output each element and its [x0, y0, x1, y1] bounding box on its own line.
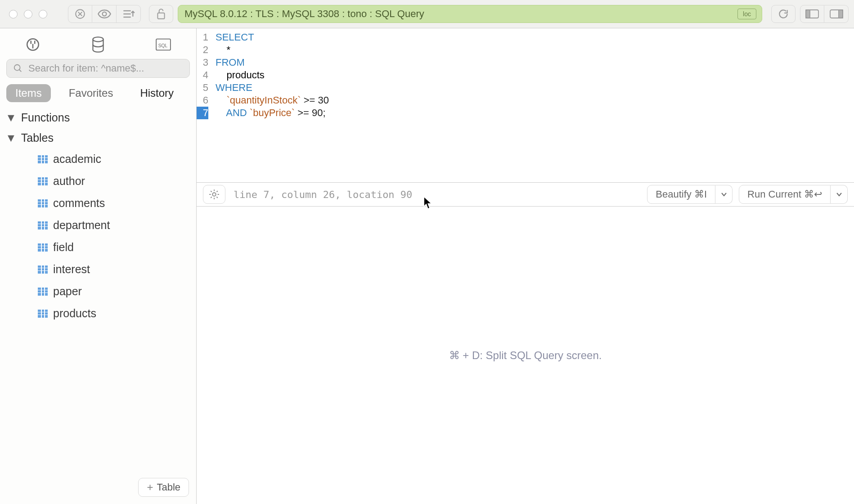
plus-icon: + — [147, 481, 153, 494]
hamburger-up-button[interactable] — [117, 5, 141, 23]
svg-rect-9 — [806, 10, 810, 18]
code-line[interactable]: FROM — [216, 56, 329, 69]
chevron-down-icon — [721, 192, 727, 197]
table-item-interest[interactable]: interest — [36, 258, 193, 280]
panel-right-button[interactable] — [824, 5, 849, 23]
table-icon — [38, 288, 48, 296]
table-item-field[interactable]: field — [36, 236, 193, 258]
stop-button[interactable] — [68, 5, 92, 23]
code-line[interactable]: WHERE — [216, 81, 329, 94]
line-number: 2 — [197, 44, 208, 56]
beautify-dropdown[interactable] — [715, 185, 733, 204]
tree-category-tables[interactable]: ▼ Tables — [3, 128, 193, 148]
tables-label: Tables — [21, 131, 54, 144]
add-table-button[interactable]: + Table — [138, 478, 189, 497]
search-input-wrap[interactable] — [6, 59, 190, 78]
table-icon — [38, 221, 48, 230]
svg-point-18 — [212, 193, 216, 196]
table-item-department[interactable]: department — [36, 214, 193, 236]
table-item-label: field — [53, 241, 74, 254]
gear-icon — [208, 189, 220, 200]
main-area: 1234567 SELECT *FROM productsWHERE `quan… — [197, 28, 854, 504]
editor-gutter: 1234567 — [197, 31, 211, 119]
tab-history[interactable]: History — [131, 84, 183, 102]
svg-point-16 — [14, 65, 20, 71]
table-icon — [38, 243, 48, 252]
table-icon — [38, 155, 48, 163]
code-line[interactable]: `quantityInStock` >= 30 — [216, 94, 329, 107]
window-traffic-lights — [9, 10, 47, 18]
run-dropdown[interactable] — [831, 185, 848, 204]
tree-category-functions[interactable]: ▼ Functions — [3, 108, 193, 128]
table-icon — [38, 177, 48, 185]
svg-point-3 — [102, 12, 106, 16]
table-item-products[interactable]: products — [36, 302, 193, 324]
search-input[interactable] — [27, 62, 183, 75]
tab-favorites[interactable]: Favorites — [60, 84, 122, 102]
beautify-action: Beautify ⌘I — [647, 185, 733, 204]
line-number: 1 — [197, 31, 208, 44]
beautify-button[interactable]: Beautify ⌘I — [647, 185, 715, 204]
svg-text:SQL: SQL — [158, 43, 168, 48]
minimize-window-dot[interactable] — [24, 10, 32, 18]
table-icon — [38, 266, 48, 274]
sidebar-tree: ▼ Functions ▼ Tables academicauthorcomme… — [0, 108, 196, 504]
caret-down-icon: ▼ — [5, 111, 17, 124]
line-number: 7 — [197, 107, 208, 119]
table-item-label: products — [53, 307, 96, 320]
line-number: 4 — [197, 69, 208, 81]
table-item-label: department — [53, 219, 110, 232]
table-icon — [38, 310, 48, 318]
table-icon — [38, 199, 48, 207]
table-item-paper[interactable]: paper — [36, 280, 193, 302]
editor-code[interactable]: SELECT *FROM productsWHERE `quantityInSt… — [211, 31, 329, 119]
database-icon[interactable] — [88, 35, 108, 54]
sql-icon[interactable]: SQL — [153, 35, 173, 54]
table-item-comments[interactable]: comments — [36, 192, 193, 214]
settings-gear-button[interactable] — [203, 185, 225, 204]
line-number: 3 — [197, 56, 208, 69]
svg-point-13 — [93, 37, 103, 41]
tab-items[interactable]: Items — [6, 84, 51, 102]
code-line[interactable]: products — [216, 69, 329, 81]
zoom-window-dot[interactable] — [39, 10, 47, 18]
table-item-label: interest — [53, 263, 90, 276]
results-hint: ⌘ + D: Split SQL Query screen. — [449, 349, 602, 362]
code-line[interactable]: AND `buyPrice` >= 90; — [216, 107, 329, 119]
code-line[interactable]: * — [216, 44, 329, 56]
svg-rect-11 — [839, 10, 843, 18]
run-button[interactable]: Run Current ⌘↩ — [739, 185, 831, 204]
toolbar-left-group — [68, 5, 141, 23]
cursor-position-text: line 7, column 26, location 90 — [234, 189, 412, 200]
refresh-button[interactable] — [771, 5, 796, 23]
run-action: Run Current ⌘↩ — [739, 185, 848, 204]
loc-badge: loc — [737, 9, 756, 19]
panel-left-button[interactable] — [800, 5, 824, 23]
title-bar[interactable]: MySQL 8.0.12 : TLS : MySQL 3308 : tono :… — [178, 5, 762, 23]
line-number: 5 — [197, 81, 208, 94]
line-number: 6 — [197, 94, 208, 107]
results-area: ⌘ + D: Split SQL Query screen. — [197, 207, 854, 504]
chevron-down-icon — [836, 192, 842, 197]
code-line[interactable]: SELECT — [216, 31, 329, 44]
table-item-label: paper — [53, 285, 82, 298]
preview-button[interactable] — [92, 5, 117, 23]
sidebar-tabs: Items Favorites History — [0, 82, 196, 108]
search-icon — [13, 63, 23, 73]
toolbar-right-tools — [771, 5, 849, 23]
table-item-label: academic — [53, 153, 101, 166]
editor-status-bar: line 7, column 26, location 90 Beautify … — [197, 182, 854, 207]
table-item-label: author — [53, 175, 85, 188]
table-item-author[interactable]: author — [36, 170, 193, 192]
connection-icon[interactable] — [23, 35, 43, 54]
sidebar-mode-icons: SQL — [0, 28, 196, 56]
table-item-label: comments — [53, 197, 105, 210]
sql-editor[interactable]: 1234567 SELECT *FROM productsWHERE `quan… — [197, 28, 854, 119]
table-item-academic[interactable]: academic — [36, 148, 193, 170]
functions-label: Functions — [21, 111, 70, 124]
close-window-dot[interactable] — [9, 10, 18, 18]
lock-button[interactable] — [149, 5, 173, 23]
caret-down-icon: ▼ — [5, 131, 17, 144]
svg-rect-7 — [157, 13, 164, 19]
window-toolbar: MySQL 8.0.12 : TLS : MySQL 3308 : tono :… — [0, 0, 854, 28]
